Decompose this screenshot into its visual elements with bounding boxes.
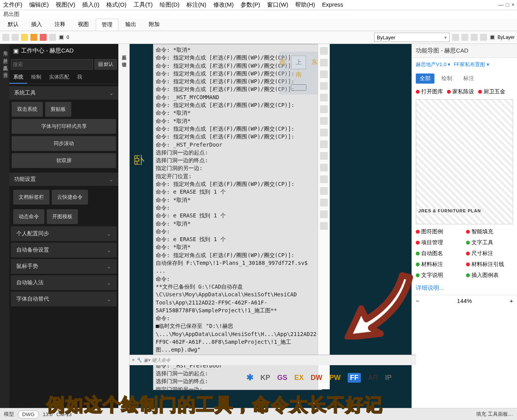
lock-icon[interactable] bbox=[49, 34, 56, 41]
func-row[interactable]: 自动备份设置⌄ bbox=[11, 243, 117, 257]
rect-icon[interactable] bbox=[40, 34, 47, 41]
legend-item[interactable]: 文字说明 bbox=[416, 272, 463, 279]
drawing-canvas[interactable]: 卧 命令: *取消* 命令: 指定对角点或 [栏选(F)/圈围(WP)/圈交(C… bbox=[130, 44, 411, 408]
tool-icon[interactable] bbox=[12, 34, 19, 41]
section-function-settings[interactable]: 功能设置⌄ bbox=[9, 173, 118, 186]
menu-item[interactable]: 参数(P) bbox=[241, 1, 260, 9]
tool-icon[interactable] bbox=[320, 117, 328, 125]
left-side-tab[interactable]: 系统工具 bbox=[0, 59, 9, 65]
tool-icon[interactable] bbox=[320, 164, 328, 172]
tool-icon[interactable] bbox=[320, 59, 328, 66]
details-link[interactable]: 详细说明... bbox=[412, 281, 517, 295]
dwg-tab[interactable]: DWG bbox=[18, 410, 39, 418]
func-row[interactable]: 鼠标手势⌄ bbox=[11, 259, 117, 274]
system-tool-button[interactable]: 字体与打印样式共享 bbox=[12, 119, 116, 134]
menu-item[interactable]: 窗口(W) bbox=[267, 1, 288, 9]
tool-icon[interactable] bbox=[320, 105, 328, 113]
quick-cmd-kp[interactable]: KP bbox=[260, 374, 270, 382]
menu-item[interactable]: 绘图(D) bbox=[160, 1, 179, 9]
search-input[interactable] bbox=[11, 59, 93, 70]
ribbon-tab[interactable]: 插入 bbox=[26, 19, 47, 31]
terminal-icon[interactable]: ▣▾ bbox=[144, 357, 150, 363]
tool-icon[interactable] bbox=[320, 152, 328, 160]
menu-item[interactable]: 格式(O) bbox=[106, 1, 127, 9]
filter-tab[interactable]: 全部 bbox=[416, 74, 434, 84]
tool-icon[interactable] bbox=[320, 129, 328, 136]
quick-cmd-ar[interactable]: AR bbox=[368, 374, 378, 382]
quick-cmd-✱[interactable]: ✱ bbox=[246, 373, 253, 383]
legend-item[interactable]: 图符图例 bbox=[416, 228, 463, 235]
system-tool-button[interactable]: 剪贴板 bbox=[45, 102, 71, 117]
project-select[interactable]: 赫思地产V1.0 ▾ bbox=[416, 61, 450, 68]
quick-cmd-gs[interactable]: GS bbox=[277, 374, 287, 382]
ribbon-tab[interactable]: 附加 bbox=[143, 19, 165, 31]
left-tab[interactable]: 我 bbox=[73, 71, 86, 84]
tool-icon[interactable] bbox=[320, 70, 328, 78]
system-tool-button[interactable]: 软双屏 bbox=[12, 153, 116, 168]
func-row[interactable]: 字体自动替代⌄ bbox=[11, 292, 117, 306]
tool-icon[interactable] bbox=[320, 187, 328, 195]
func-button[interactable]: 文档标签栏 bbox=[13, 190, 49, 205]
command-input-placeholder[interactable]: 键入命令 bbox=[152, 357, 171, 364]
legend-item[interactable]: 自动图名 bbox=[416, 250, 463, 257]
section-system-tools[interactable]: 系统工具⌄ bbox=[9, 86, 118, 100]
ribbon-tab[interactable]: 默认 bbox=[2, 19, 24, 31]
left-tab[interactable]: 系统 bbox=[9, 71, 27, 84]
drawing-select[interactable]: FF家私布置图 ▾ bbox=[454, 61, 489, 68]
view-cube[interactable]: 西 上 东 南 WCS bbox=[279, 52, 318, 94]
category-chip[interactable]: 厨卫五金 bbox=[478, 88, 505, 95]
menu-item[interactable]: 标注(N) bbox=[186, 1, 206, 9]
tool-icon[interactable] bbox=[320, 199, 328, 206]
legend-item[interactable]: 智能填充 bbox=[466, 228, 513, 235]
tool-icon[interactable] bbox=[2, 34, 9, 41]
menu-item[interactable]: 文件(F) bbox=[3, 1, 22, 9]
left-tab[interactable]: 绘制 bbox=[27, 71, 45, 84]
search-icon[interactable] bbox=[461, 34, 468, 41]
tool-icon[interactable] bbox=[320, 222, 328, 230]
filter-tab[interactable]: 标注 bbox=[459, 74, 478, 84]
category-chip[interactable]: 家私陈设 bbox=[447, 88, 474, 95]
quick-cmd-dw[interactable]: DW bbox=[311, 374, 322, 382]
func-row[interactable]: 自动输入法⌄ bbox=[11, 275, 117, 290]
tool-icon[interactable] bbox=[320, 82, 328, 90]
lightbulb-icon[interactable] bbox=[21, 34, 28, 41]
legend-item[interactable]: 项目管理 bbox=[416, 239, 463, 246]
zoom-in-button[interactable]: + bbox=[510, 298, 513, 304]
legend-item[interactable]: 尺寸标注 bbox=[466, 250, 513, 257]
menu-item[interactable]: Express bbox=[322, 1, 343, 9]
quick-cmd-ip[interactable]: IP bbox=[385, 374, 392, 382]
menu-item[interactable]: 帮助(H) bbox=[295, 1, 315, 9]
minimize-button[interactable]: — bbox=[498, 2, 503, 8]
quick-cmd-ff[interactable]: FF bbox=[348, 373, 361, 383]
legend-item[interactable]: 材料标注引线 bbox=[466, 261, 513, 268]
ribbon-tab[interactable]: 管理 bbox=[96, 19, 118, 31]
filter-tab[interactable]: 绘制 bbox=[438, 74, 456, 84]
system-tool-button[interactable]: 双击系统 bbox=[12, 102, 43, 117]
func-button[interactable]: 动态命令 bbox=[13, 209, 44, 224]
category-chip[interactable]: 打开图库 bbox=[416, 88, 443, 95]
quick-cmd-ex[interactable]: EX bbox=[294, 374, 304, 382]
legend-item[interactable]: 插入图例表 bbox=[466, 272, 513, 279]
tool-icon[interactable] bbox=[320, 175, 328, 183]
close-button[interactable]: × bbox=[512, 2, 515, 8]
legend-item[interactable]: 材料标注 bbox=[416, 261, 463, 268]
maximize-button[interactable]: □ bbox=[506, 2, 509, 8]
model-tab[interactable]: 模型 bbox=[4, 411, 14, 418]
sun-icon[interactable] bbox=[30, 34, 37, 41]
system-tool-button[interactable]: 同步滚动 bbox=[12, 136, 116, 151]
tool-icon[interactable] bbox=[320, 47, 328, 55]
left-tab[interactable]: 实体匹配 bbox=[45, 71, 73, 84]
menu-item[interactable]: 工具(T) bbox=[134, 1, 153, 9]
tool-icon[interactable] bbox=[320, 210, 328, 218]
linetype-select[interactable]: ByLayer▾ bbox=[374, 33, 450, 42]
zoom-out-button[interactable]: − bbox=[416, 298, 419, 304]
command-input-bar[interactable]: × 🔧 ▣▾ 键入命令 bbox=[130, 355, 416, 365]
cursor-icon[interactable] bbox=[452, 34, 459, 41]
menu-item[interactable]: 插入(I) bbox=[82, 1, 99, 9]
tool-icon[interactable] bbox=[320, 140, 328, 148]
menu-item[interactable]: 视图(V) bbox=[56, 1, 75, 9]
tool-icon[interactable] bbox=[320, 94, 328, 102]
search-mode-select[interactable]: ▦ 默认 bbox=[95, 59, 117, 70]
left-side-tab[interactable]: 赫 思 bbox=[0, 51, 9, 59]
palette-icon[interactable] bbox=[480, 34, 487, 41]
